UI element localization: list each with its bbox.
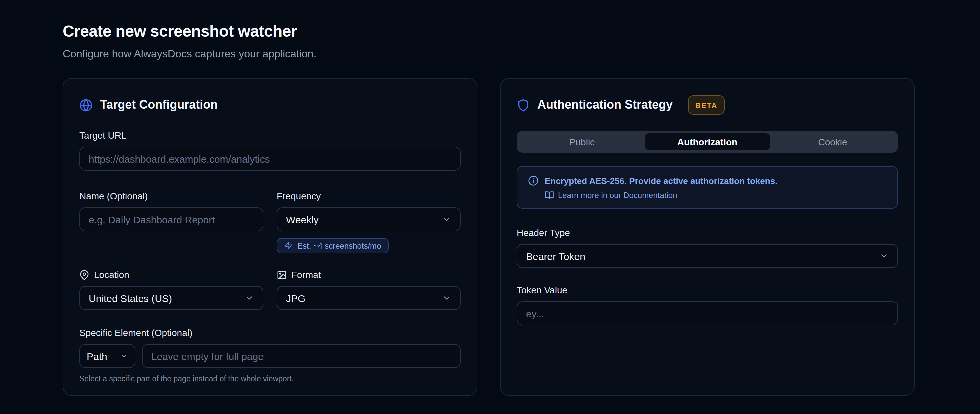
tab-authorization[interactable]: Authorization <box>645 133 770 150</box>
target-url-field: Target URL <box>80 130 461 171</box>
specific-element-input[interactable] <box>142 344 461 368</box>
header-type-select[interactable]: Bearer Token <box>517 244 898 268</box>
image-icon <box>277 270 287 280</box>
specific-element-helper: Select a specific part of the page inste… <box>80 375 461 383</box>
info-icon <box>528 175 539 186</box>
app-stage: Create new screenshot watcher Configure … <box>0 0 980 414</box>
chevron-down-icon <box>442 293 451 303</box>
format-value: JPG <box>286 292 305 304</box>
selector-type-select[interactable]: Path <box>80 344 135 368</box>
frequency-value: Weekly <box>286 214 319 225</box>
book-open-icon <box>545 191 554 200</box>
specific-element-field: Specific Element (Optional) Path Select … <box>80 327 461 383</box>
name-field: Name (Optional) <box>80 191 263 253</box>
auth-tabs: Public Authorization Cookie <box>517 131 898 153</box>
frequency-label: Frequency <box>277 191 461 202</box>
page-subtitle: Configure how AlwaysDocs captures your a… <box>63 48 980 60</box>
frequency-select[interactable]: Weekly <box>277 207 461 231</box>
encryption-info-box: Encrypted AES-256. Provide active author… <box>517 166 898 209</box>
frequency-field: Frequency Weekly Est. ~4 screenshots/mo <box>277 191 461 253</box>
encryption-info-row: Encrypted AES-256. Provide active author… <box>528 175 887 186</box>
target-url-label: Target URL <box>80 130 461 141</box>
name-label: Name (Optional) <box>80 191 263 202</box>
token-value-label: Token Value <box>517 285 898 296</box>
chevron-down-icon <box>245 293 254 303</box>
target-configuration-header: Target Configuration <box>80 95 461 115</box>
tab-public[interactable]: Public <box>519 133 645 150</box>
specific-element-label: Specific Element (Optional) <box>80 327 461 339</box>
chevron-down-icon <box>879 252 889 261</box>
globe-icon <box>80 98 93 111</box>
authentication-strategy-title: Authentication Strategy <box>537 98 673 112</box>
header-type-field: Header Type Bearer Token <box>517 227 898 268</box>
token-value-input[interactable] <box>517 301 898 325</box>
documentation-link-row: Learn more in our Documentation <box>545 191 887 200</box>
format-label: Format <box>291 269 321 281</box>
panels-container: Target Configuration Target URL Name (Op… <box>63 78 980 396</box>
authentication-strategy-panel: Authentication Strategy BETA Public Auth… <box>500 78 915 396</box>
specific-element-row: Path <box>80 344 461 368</box>
location-field: Location United States (US) <box>80 269 263 310</box>
format-field: Format JPG <box>277 269 461 310</box>
target-configuration-title: Target Configuration <box>100 98 218 112</box>
header-type-label: Header Type <box>517 227 898 239</box>
location-value: United States (US) <box>89 292 172 304</box>
map-pin-icon <box>80 270 89 280</box>
chevron-down-icon <box>120 352 128 360</box>
estimate-badge-text: Est. ~4 screenshots/mo <box>298 241 381 250</box>
selector-type-value: Path <box>87 350 107 361</box>
chevron-down-icon <box>442 215 451 224</box>
location-select[interactable]: United States (US) <box>80 286 263 310</box>
target-configuration-panel: Target Configuration Target URL Name (Op… <box>63 78 477 396</box>
location-label: Location <box>94 269 129 281</box>
documentation-link[interactable]: Learn more in our Documentation <box>558 191 677 200</box>
tab-cookie[interactable]: Cookie <box>770 133 895 150</box>
format-label-row: Format <box>277 269 461 281</box>
page-title: Create new screenshot watcher <box>63 22 980 41</box>
estimate-badge: Est. ~4 screenshots/mo <box>277 238 388 253</box>
header-type-value: Bearer Token <box>526 250 585 262</box>
format-select[interactable]: JPG <box>277 286 461 310</box>
zap-icon <box>284 241 293 250</box>
target-url-input[interactable] <box>80 146 461 171</box>
encryption-info-text: Encrypted AES-256. Provide active author… <box>545 176 777 186</box>
name-input[interactable] <box>80 207 263 231</box>
shield-icon <box>517 98 530 111</box>
location-label-row: Location <box>80 269 263 281</box>
name-frequency-row: Name (Optional) Frequency Weekly <box>80 191 461 253</box>
beta-badge: BETA <box>688 96 725 115</box>
location-format-row: Location United States (US) <box>80 269 461 310</box>
token-value-field: Token Value <box>517 285 898 325</box>
authentication-strategy-header: Authentication Strategy BETA <box>517 95 898 115</box>
